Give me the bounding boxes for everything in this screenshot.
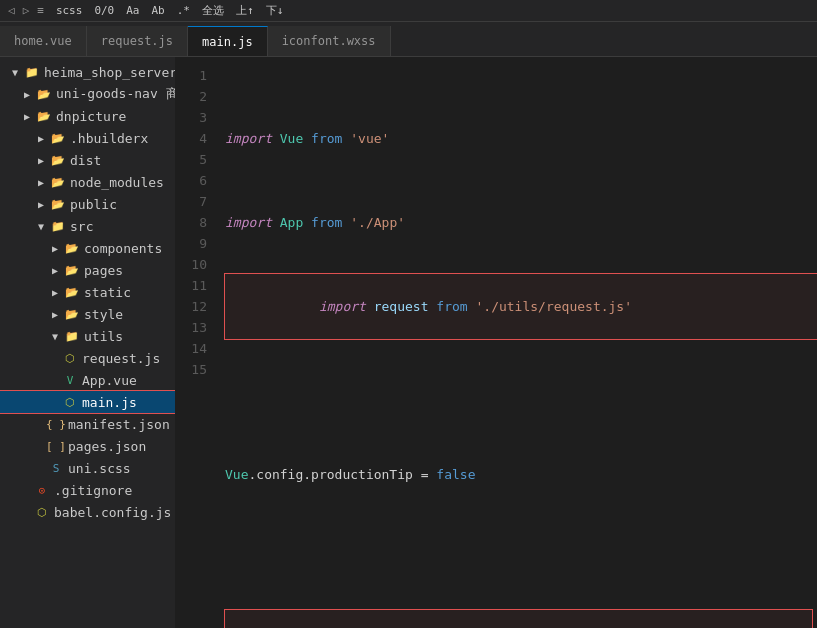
sidebar-item-label: pages (84, 263, 123, 278)
sidebar-item-dnpicture[interactable]: ▶ 📂 dnpicture (0, 105, 175, 127)
sidebar-item-label: dnpicture (56, 109, 126, 124)
sidebar-item-dist[interactable]: ▶ 📂 dist (0, 149, 175, 171)
arrow-icon: ▶ (48, 241, 62, 255)
regex-btn[interactable]: .* (177, 4, 190, 17)
file-json-icon: { } (48, 416, 64, 432)
prev-match-btn[interactable]: 上↑ (236, 3, 254, 18)
search-count: 0/0 (94, 4, 114, 17)
tab-request-js[interactable]: request.js (87, 26, 188, 56)
file-js-icon: ⬡ (34, 504, 50, 520)
file-vue-icon: V (62, 372, 78, 388)
folder-icon: 📂 (64, 306, 80, 322)
sidebar-item-static[interactable]: ▶ 📂 static (0, 281, 175, 303)
sidebar-item-label: public (70, 197, 117, 212)
folder-icon: 📂 (50, 196, 66, 212)
next-match-btn[interactable]: 下↓ (266, 3, 284, 18)
sidebar-item-label: src (70, 219, 93, 234)
folder-icon: 📂 (50, 174, 66, 190)
sidebar-item-label: request.js (82, 351, 160, 366)
tab-main-js[interactable]: main.js (188, 26, 268, 56)
arrow-icon: ▶ (34, 131, 48, 145)
line-numbers: 1 2 3 4 5 6 7 8 9 10 11 12 13 14 15 (175, 57, 217, 628)
arrow-icon: ▶ (20, 109, 34, 123)
code-line-6 (225, 548, 817, 569)
sidebar-item-label: main.js (82, 395, 137, 410)
top-nav-controls[interactable]: ◁ ▷ ≡ (8, 4, 44, 17)
editor-area[interactable]: 1 2 3 4 5 6 7 8 9 10 11 12 13 14 15 im (175, 57, 817, 628)
sidebar-item-gitignore[interactable]: ⊙ .gitignore (0, 479, 175, 501)
tab-label: request.js (101, 34, 173, 48)
nav-back[interactable]: ◁ (8, 4, 15, 17)
nav-menu[interactable]: ≡ (37, 4, 44, 17)
folder-icon: 📂 (36, 108, 52, 124)
sidebar-item-utils[interactable]: ▼ 📁 utils (0, 325, 175, 347)
arrow-icon: ▼ (8, 65, 22, 79)
code-lines: import Vue from 'vue' import App from '.… (217, 57, 817, 628)
file-git-icon: ⊙ (34, 482, 50, 498)
sidebar-item-babel-config[interactable]: ⬡ babel.config.js (0, 501, 175, 523)
file-css-icon: S (48, 460, 64, 476)
arrow-icon: ▶ (34, 197, 48, 211)
nav-forward[interactable]: ▷ (23, 4, 30, 17)
folder-icon: 📂 (50, 152, 66, 168)
sidebar-item-label: babel.config.js (54, 505, 171, 520)
sidebar-item-label: heima_shop_server (44, 65, 175, 80)
arrow-icon: ▶ (48, 307, 62, 321)
sidebar-item-style[interactable]: ▶ 📂 style (0, 303, 175, 325)
sidebar-item-label: dist (70, 153, 101, 168)
sidebar-item-label: pages.json (68, 439, 146, 454)
sidebar: ▼ 📁 heima_shop_server ▶ 📂 uni-goods-nav … (0, 57, 175, 628)
arrow-icon: ▼ (48, 329, 62, 343)
sidebar-item-node-modules[interactable]: ▶ 📂 node_modules (0, 171, 175, 193)
sidebar-item-request-js-file[interactable]: ⬡ request.js (0, 347, 175, 369)
tab-label: main.js (202, 35, 253, 49)
sidebar-item-label: style (84, 307, 123, 322)
sidebar-item-label: utils (84, 329, 123, 344)
sidebar-item-label: App.vue (82, 373, 137, 388)
folder-open-icon: 📁 (24, 64, 40, 80)
sidebar-item-components[interactable]: ▶ 📂 components (0, 237, 175, 259)
match-case-btn[interactable]: Aa (126, 4, 139, 17)
sidebar-item-label: static (84, 285, 131, 300)
sidebar-item-src[interactable]: ▼ 📁 src (0, 215, 175, 237)
file-js-icon: ⬡ (62, 350, 78, 366)
folder-open-icon: 📁 (64, 328, 80, 344)
sidebar-item-uni-goods[interactable]: ▶ 📂 uni-goods-nav 商... (0, 83, 175, 105)
arrow-icon: ▶ (48, 285, 62, 299)
sidebar-item-hbuilderx[interactable]: ▶ 📂 .hbuilderx (0, 127, 175, 149)
sidebar-item-app-vue[interactable]: V App.vue (0, 369, 175, 391)
tab-label: iconfont.wxss (282, 34, 376, 48)
sidebar-item-main-js-file[interactable]: ⬡ main.js (0, 391, 175, 413)
arrow-icon: ▶ (20, 87, 34, 101)
sidebar-item-manifest-json[interactable]: { } manifest.json (0, 413, 175, 435)
arrow-icon: ▶ (34, 175, 48, 189)
sidebar-item-label: node_modules (70, 175, 164, 190)
sidebar-item-public[interactable]: ▶ 📂 public (0, 193, 175, 215)
main-layout: ▼ 📁 heima_shop_server ▶ 📂 uni-goods-nav … (0, 57, 817, 628)
language-label: scss (56, 4, 83, 17)
code-line-3: import request from './utils/request.js' (225, 296, 817, 317)
arrow-icon: ▼ (34, 219, 48, 233)
sidebar-item-uni-scss[interactable]: S uni.scss (0, 457, 175, 479)
sidebar-item-label: uni.scss (68, 461, 131, 476)
code-line-5: Vue.config.productionTip = false (225, 464, 817, 485)
tab-label: home.vue (14, 34, 72, 48)
arrow-icon: ▶ (48, 263, 62, 277)
code-container: 1 2 3 4 5 6 7 8 9 10 11 12 13 14 15 im (175, 57, 817, 628)
sidebar-item-heima[interactable]: ▼ 📁 heima_shop_server (0, 61, 175, 83)
top-bar: ◁ ▷ ≡ scss 0/0 Aa Ab .* 全选 上↑ 下↓ (0, 0, 817, 22)
code-line-2: import App from './App' (225, 212, 817, 233)
sidebar-item-label: manifest.json (68, 417, 170, 432)
tab-home-vue[interactable]: home.vue (0, 26, 87, 56)
arrow-icon: ▶ (34, 153, 48, 167)
tab-iconfont-wxss[interactable]: iconfont.wxss (268, 26, 391, 56)
sidebar-item-pages[interactable]: ▶ 📂 pages (0, 259, 175, 281)
code-line-4 (225, 380, 817, 401)
sidebar-item-pages-json[interactable]: [ ] pages.json (0, 435, 175, 457)
folder-icon: 📂 (64, 284, 80, 300)
file-js-icon: ⬡ (62, 394, 78, 410)
match-word-btn[interactable]: Ab (152, 4, 165, 17)
folder-icon: 📂 (36, 86, 52, 102)
select-all-btn[interactable]: 全选 (202, 3, 224, 18)
code-line-1: import Vue from 'vue' (225, 128, 817, 149)
